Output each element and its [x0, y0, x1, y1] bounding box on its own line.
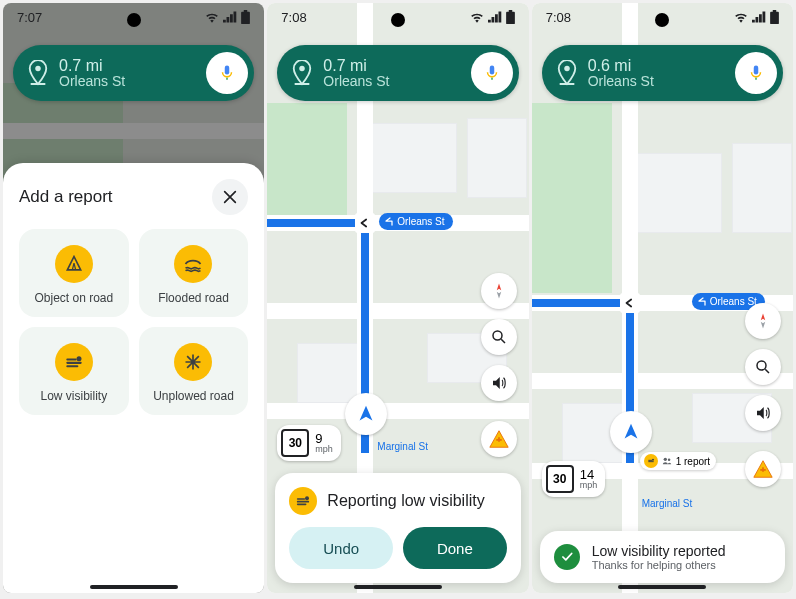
status-icons	[205, 10, 250, 24]
nav-street: Orleans St	[323, 74, 470, 89]
voice-button[interactable]	[735, 52, 777, 94]
search-icon	[490, 328, 508, 346]
speed-unit: mph	[315, 445, 333, 454]
camera-hole	[655, 13, 669, 27]
recenter-button[interactable]	[610, 411, 652, 453]
people-icon	[662, 456, 672, 466]
mic-icon	[483, 64, 501, 82]
street-label: Marginal St	[377, 441, 428, 452]
svg-point-7	[667, 459, 670, 462]
turn-arrow-icon	[355, 213, 375, 233]
object-on-road-icon	[55, 245, 93, 283]
alert-triangle-icon	[752, 458, 774, 480]
screenshot-2: 7:08 Orleans St	[267, 3, 528, 593]
svg-point-3	[493, 331, 502, 340]
voice-button[interactable]	[471, 52, 513, 94]
turn-left-icon	[696, 296, 708, 308]
nav-distance: 0.7 mi	[323, 57, 470, 75]
svg-point-5	[652, 459, 654, 461]
flooded-road-icon	[174, 245, 212, 283]
voice-button[interactable]	[206, 52, 248, 94]
report-option-low-visibility[interactable]: Low visibility	[19, 327, 129, 415]
compass-icon	[754, 312, 772, 330]
clock: 7:07	[17, 10, 42, 25]
mic-icon	[218, 64, 236, 82]
report-label: Flooded road	[158, 291, 229, 305]
search-icon	[754, 358, 772, 376]
speed-limit: 30	[281, 429, 309, 457]
navigation-card[interactable]: 0.7 mi Orleans St	[277, 45, 518, 101]
turn-label: Orleans St	[710, 296, 757, 307]
speed-widget[interactable]: 30 14 mph	[542, 461, 606, 497]
nav-street: Orleans St	[59, 74, 206, 89]
speed-unit: mph	[580, 481, 598, 490]
low-visibility-icon	[644, 454, 658, 468]
nav-street: Orleans St	[588, 74, 735, 89]
wifi-icon	[205, 11, 219, 23]
confirm-title: Reporting low visibility	[327, 492, 484, 510]
toast-title: Low visibility reported	[592, 543, 726, 559]
home-indicator[interactable]	[354, 585, 442, 589]
report-button[interactable]	[481, 421, 517, 457]
close-icon	[222, 189, 238, 205]
home-indicator[interactable]	[90, 585, 178, 589]
street-label: Marginal St	[642, 498, 693, 509]
report-option-unplowed-road[interactable]: Unplowed road	[139, 327, 249, 415]
compass-button[interactable]	[481, 273, 517, 309]
turn-arrow-icon	[620, 293, 640, 313]
signal-icon	[752, 11, 766, 23]
svg-point-1	[76, 356, 81, 361]
battery-icon	[506, 10, 515, 24]
report-success-toast: Low visibility reported Thanks for helpi…	[540, 531, 785, 583]
navigation-card[interactable]: 0.7 mi Orleans St	[13, 45, 254, 101]
check-icon	[554, 544, 580, 570]
speed-widget[interactable]: 30 9 mph	[277, 425, 341, 461]
report-button[interactable]	[745, 451, 781, 487]
clock: 7:08	[546, 10, 571, 25]
close-button[interactable]	[212, 179, 248, 215]
svg-point-4	[305, 496, 309, 500]
status-icons	[734, 10, 779, 24]
zoom-button[interactable]	[745, 349, 781, 385]
nav-text: 0.6 mi Orleans St	[588, 57, 735, 90]
nav-text: 0.7 mi Orleans St	[323, 57, 470, 90]
camera-hole	[391, 13, 405, 27]
report-label: Low visibility	[40, 389, 107, 403]
svg-point-6	[663, 458, 666, 461]
report-count-label: 1 report	[676, 456, 710, 467]
svg-point-8	[564, 66, 570, 72]
home-indicator[interactable]	[618, 585, 706, 589]
compass-button[interactable]	[745, 303, 781, 339]
zoom-button[interactable]	[481, 319, 517, 355]
nav-text: 0.7 mi Orleans St	[59, 57, 206, 90]
sound-button[interactable]	[481, 365, 517, 401]
nav-distance: 0.6 mi	[588, 57, 735, 75]
report-label: Unplowed road	[153, 389, 234, 403]
alert-triangle-icon	[488, 428, 510, 450]
turn-street-badge: Orleans St	[379, 213, 452, 230]
clock: 7:08	[281, 10, 306, 25]
navigation-arrow-icon	[355, 403, 377, 425]
turn-label: Orleans St	[397, 216, 444, 227]
low-visibility-icon	[55, 343, 93, 381]
navigation-card[interactable]: 0.6 mi Orleans St	[542, 45, 783, 101]
report-option-flooded-road[interactable]: Flooded road	[139, 229, 249, 317]
location-icon	[291, 60, 313, 86]
sheet-title: Add a report	[19, 187, 113, 207]
done-button[interactable]: Done	[403, 527, 507, 569]
unplowed-road-icon	[174, 343, 212, 381]
svg-point-2	[300, 66, 306, 72]
report-option-object-on-road[interactable]: Object on road	[19, 229, 129, 317]
undo-button[interactable]: Undo	[289, 527, 393, 569]
report-count-pill[interactable]: 1 report	[640, 452, 716, 470]
speaker-icon	[490, 374, 508, 392]
battery-icon	[770, 10, 779, 24]
location-icon	[556, 60, 578, 86]
report-bottom-sheet: Add a report Object on road Flooded road	[3, 163, 264, 593]
sound-button[interactable]	[745, 395, 781, 431]
battery-icon	[241, 10, 250, 24]
svg-point-9	[757, 361, 766, 370]
screenshot-3: 7:08 Orleans St	[532, 3, 793, 593]
camera-hole	[127, 13, 141, 27]
toast-subtitle: Thanks for helping others	[592, 559, 726, 571]
